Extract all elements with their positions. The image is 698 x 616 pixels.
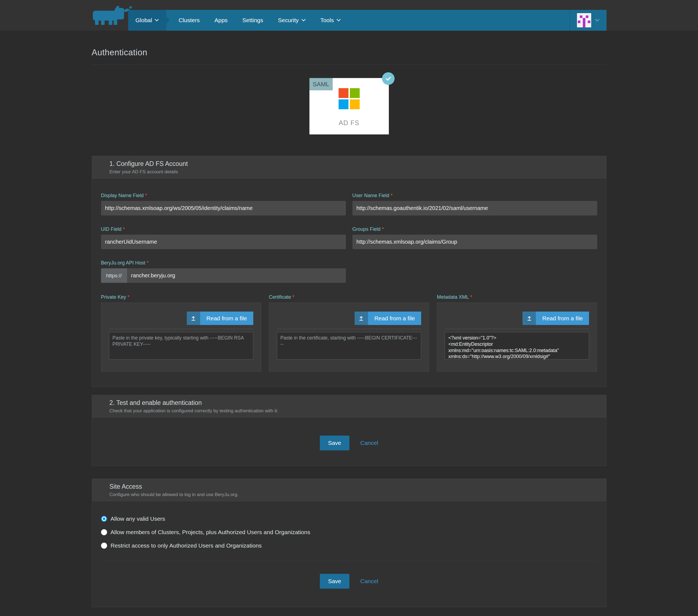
nav-item-security[interactable]: Security — [270, 10, 313, 31]
nav-item-label: Security — [278, 17, 299, 24]
radio-restrict-authorized-only[interactable]: Restrict access to only Authorized Users… — [101, 542, 597, 549]
top-header: Global Clusters Apps Settings Security T… — [0, 0, 698, 31]
metadata-xml-field: Metadata XML* Read from a file — [437, 294, 597, 372]
radio-button[interactable] — [101, 516, 107, 522]
required-marker: * — [128, 294, 129, 300]
metadata-xml-read-file-button[interactable]: Read from a file — [522, 311, 589, 325]
chevron-down-icon — [302, 19, 306, 22]
private-key-box: Read from a file — [101, 303, 261, 372]
form-field: User Name Field* — [352, 193, 597, 215]
nav-item-label: Apps — [214, 17, 227, 24]
radio-allow-any-valid-users[interactable]: Allow any valid Users — [101, 516, 597, 522]
user-name-field-label: User Name Field* — [352, 193, 597, 198]
page-title: Authentication — [92, 48, 606, 57]
provider-card-zone: SAML AD FS — [92, 65, 606, 138]
save-button[interactable]: Save — [320, 436, 349, 450]
form-field: Groups Field* — [352, 226, 597, 249]
protocol-prefix: https:// — [101, 268, 127, 283]
nav-item-settings[interactable]: Settings — [235, 10, 270, 31]
required-marker: * — [391, 193, 393, 198]
required-marker: * — [470, 294, 472, 300]
section-title: Site Access — [110, 483, 589, 490]
user-name-field-input[interactable] — [352, 201, 597, 215]
required-marker: * — [382, 226, 384, 232]
private-key-label: Private Key* — [101, 294, 261, 300]
section-title: 1. Configure AD FS Account — [110, 160, 589, 168]
nav-item-apps[interactable]: Apps — [207, 10, 235, 31]
test-enable-section: 2. Test and enable authentication Check … — [92, 395, 606, 466]
section-header: 2. Test and enable authentication Check … — [92, 395, 606, 418]
chevron-down-icon — [155, 19, 159, 22]
section-header: Site Access Configure who should be allo… — [92, 479, 606, 501]
nav-item-label: Clusters — [179, 17, 200, 24]
microsoft-logo-icon — [338, 88, 360, 109]
metadata-xml-box: Read from a file — [437, 303, 597, 372]
chevron-down-icon — [337, 19, 341, 22]
nav-item-label: Tools — [320, 17, 334, 24]
api-host-input[interactable] — [127, 268, 346, 283]
section-title: 2. Test and enable authentication — [110, 399, 589, 407]
section-subtitle: Check that your application is configure… — [110, 408, 589, 414]
form-field: BeryJu.org API Host* https:// — [101, 260, 346, 283]
section-subtitle: Configure who should be allowed to log i… — [110, 492, 589, 498]
nav-item-tools[interactable]: Tools — [313, 10, 348, 31]
selected-check-icon — [382, 72, 395, 85]
upload-icon — [522, 311, 536, 325]
certificate-field: Certificate* Read from a file — [269, 294, 429, 372]
metadata-xml-textarea[interactable] — [445, 332, 589, 360]
configure-account-section: 1. Configure AD FS Account Enter your AD… — [92, 156, 606, 387]
save-button[interactable]: Save — [320, 574, 349, 589]
filebox-divider — [445, 329, 589, 329]
form-field: UID Field* — [101, 226, 346, 249]
required-marker: * — [145, 193, 147, 198]
uid-field-label: UID Field* — [101, 226, 346, 232]
section-header: 1. Configure AD FS Account Enter your AD… — [92, 156, 606, 179]
user-menu[interactable] — [570, 10, 606, 31]
filebox-divider — [277, 329, 421, 329]
display-name-field-label: Display Name Field* — [101, 193, 346, 198]
certificate-box: Read from a file — [269, 303, 429, 372]
certificate-textarea[interactable] — [277, 332, 421, 360]
chevron-down-icon — [595, 19, 599, 22]
cancel-button[interactable]: Cancel — [360, 578, 378, 585]
cancel-button[interactable]: Cancel — [360, 440, 378, 446]
nav-item-label: Global — [136, 17, 152, 24]
groups-field-label: Groups Field* — [352, 226, 597, 232]
nav-active-arrow — [166, 16, 169, 24]
nav-item-label: Settings — [242, 17, 263, 24]
radio-allow-members-clusters-projects[interactable]: Allow members of Clusters, Projects, plu… — [101, 529, 597, 535]
groups-field-input[interactable] — [352, 235, 597, 249]
private-key-field: Private Key* Read from a file — [101, 294, 261, 372]
filebox-divider — [109, 329, 253, 329]
certificate-label: Certificate* — [269, 294, 429, 300]
page-content: Authentication SAML AD FS 1. Configure A… — [92, 31, 606, 607]
main-navbar: Global Clusters Apps Settings Security T… — [128, 10, 606, 31]
upload-icon — [354, 311, 368, 325]
site-access-section: Site Access Configure who should be allo… — [92, 479, 606, 607]
nav-item-clusters[interactable]: Clusters — [171, 10, 207, 31]
metadata-xml-label: Metadata XML* — [437, 294, 597, 300]
required-marker: * — [147, 260, 149, 266]
required-marker: * — [292, 294, 294, 300]
provider-card-adfs[interactable]: SAML AD FS — [309, 78, 389, 135]
private-key-textarea[interactable] — [109, 332, 253, 360]
uid-field-input[interactable] — [101, 235, 346, 249]
form-field: Display Name Field* — [101, 193, 346, 215]
nav-item-global[interactable]: Global — [128, 10, 167, 31]
saml-badge: SAML — [309, 78, 333, 90]
radio-button[interactable] — [101, 529, 107, 535]
radio-button[interactable] — [101, 543, 107, 549]
section-subtitle: Enter your AD FS account details — [110, 169, 589, 175]
certificate-read-file-button[interactable]: Read from a file — [354, 311, 421, 325]
upload-icon — [187, 311, 200, 325]
required-marker: * — [123, 226, 125, 232]
display-name-field-input[interactable] — [101, 201, 346, 215]
avatar — [577, 13, 591, 27]
api-host-label: BeryJu.org API Host* — [101, 260, 346, 266]
provider-name: AD FS — [309, 119, 389, 127]
private-key-read-file-button[interactable]: Read from a file — [187, 311, 253, 325]
